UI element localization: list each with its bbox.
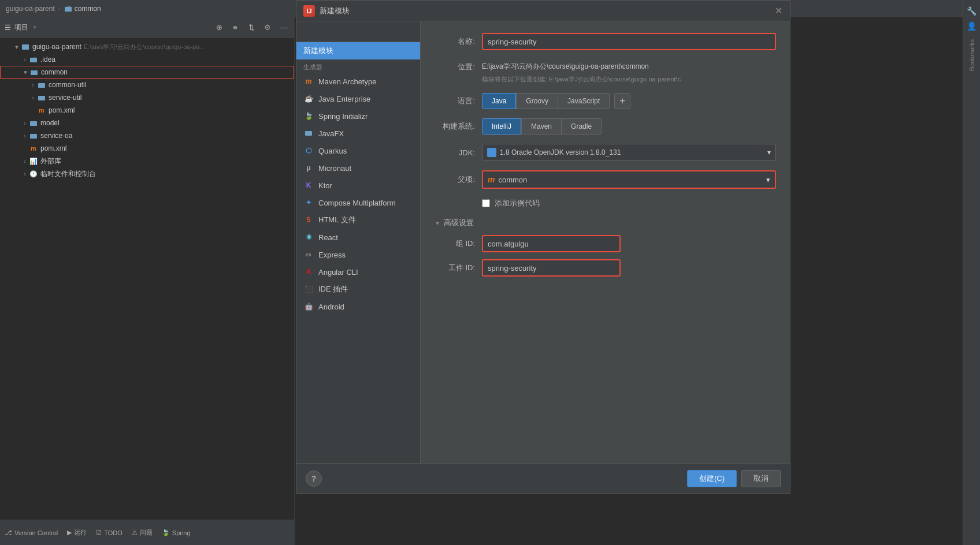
artifact-id-row: 工件 ID:: [435, 259, 776, 277]
location-row: 位置: E:\java学习\云尚办公\course\guigu-oa-paren…: [435, 59, 776, 84]
generator-javafx[interactable]: JavaFX: [296, 125, 420, 142]
svg-rect-1: [22, 44, 29, 50]
chevron-icon: ▼: [13, 44, 21, 50]
language-javascript-btn[interactable]: JavaScript: [558, 93, 610, 109]
tree-item-scratch[interactable]: › 🕐 临时文件和控制台: [0, 167, 294, 180]
advanced-section-header[interactable]: ▼ 高级设置: [435, 218, 776, 228]
help-button[interactable]: ?: [306, 471, 322, 487]
group-id-input[interactable]: [482, 235, 621, 252]
chevron-icon: ›: [21, 120, 29, 126]
ide-plugin-icon: ⬛: [303, 284, 314, 294]
generator-label: Ktor: [318, 181, 332, 190]
dialog-title-icon: IJ: [303, 5, 315, 17]
svg-rect-5: [38, 96, 45, 100]
tree-item-common-util[interactable]: › common-util: [0, 79, 294, 91]
parent-select[interactable]: m common ▾: [482, 170, 776, 189]
toolbar-minimize-btn[interactable]: —: [278, 22, 289, 33]
sample-code-checkbox[interactable]: [482, 199, 490, 207]
generator-ktor[interactable]: K Ktor: [296, 177, 420, 194]
generator-html[interactable]: 5 HTML 文件: [296, 211, 420, 229]
problems-btn[interactable]: ⚠ 问题: [132, 528, 153, 537]
generator-ide-plugin[interactable]: ⬛ IDE 插件: [296, 281, 420, 298]
run-btn[interactable]: ▶ 运行: [67, 528, 87, 537]
tree-item-pom-root[interactable]: › m pom.xml: [0, 142, 294, 155]
generators-section-label: 生成器: [296, 59, 420, 73]
tree-item-label: pom.xml: [40, 144, 66, 152]
section-chevron-icon: ▼: [435, 220, 440, 226]
tree-item-root[interactable]: ▼ guigu-oa-parent E:\java学习\云尚办公\course\…: [0, 40, 294, 53]
plugin-icon-btn[interactable]: 🔧: [966, 5, 978, 17]
tree-item-label: .idea: [40, 55, 55, 64]
react-icon: ⚛: [303, 232, 314, 242]
toolbar-globe-btn[interactable]: ⊕: [213, 22, 225, 33]
tree-item-common[interactable]: ▼ common: [0, 66, 294, 79]
generator-android[interactable]: 🤖 Android: [296, 298, 420, 315]
cancel-button[interactable]: 取消: [741, 470, 781, 487]
user-icon-btn[interactable]: 👤: [966, 20, 978, 32]
generator-label: Express: [318, 251, 346, 259]
spring-btn[interactable]: 🍃 Spring: [162, 529, 191, 536]
generator-maven-archetype[interactable]: m Maven Archetype: [296, 73, 420, 90]
java-enterprise-icon: ☕: [303, 94, 314, 104]
tree-item-label: service-util: [49, 94, 81, 102]
create-button[interactable]: 创建(C): [687, 470, 737, 487]
folder-icon: [37, 93, 46, 102]
language-field-container: Java Groovy JavaScript +: [482, 93, 776, 109]
generator-label: JavaFX: [318, 129, 344, 138]
tree-item-service-util[interactable]: › service-util: [0, 91, 294, 104]
angular-icon: A: [303, 267, 314, 277]
generator-express[interactable]: ex Express: [296, 246, 420, 263]
generator-react[interactable]: ⚛ React: [296, 229, 420, 246]
generator-spring-initializr[interactable]: 🍃 Spring Initializr: [296, 107, 420, 125]
name-field-container: [482, 33, 776, 50]
generator-quarkus[interactable]: ⬡ Quarkus: [296, 142, 420, 159]
generator-new-module[interactable]: 新建模块: [296, 42, 420, 59]
jdk-value: 1.8 Oracle OpenJDK version 1.8.0_131: [500, 148, 621, 156]
language-add-btn[interactable]: +: [614, 93, 630, 109]
build-intellij-btn[interactable]: IntelliJ: [482, 118, 521, 135]
name-input[interactable]: [482, 33, 776, 50]
dialog-close-button[interactable]: ✕: [774, 6, 783, 16]
breadcrumb-separator: ›: [58, 5, 61, 13]
express-icon: ex: [303, 249, 314, 260]
name-row: 名称:: [435, 33, 776, 50]
version-control-btn[interactable]: ⎇ Version Control: [5, 529, 58, 536]
toolbar-settings-btn[interactable]: ⚙: [262, 22, 273, 33]
tree-item-service-oa[interactable]: › service-oa: [0, 129, 294, 142]
build-maven-btn[interactable]: Maven: [521, 118, 562, 135]
generator-compose[interactable]: ✦ Compose Multiplatform: [296, 194, 420, 211]
language-button-group: Java Groovy JavaScript: [482, 93, 610, 109]
breadcrumb-project[interactable]: guigu-oa-parent: [6, 5, 55, 13]
tree-item-pom-common[interactable]: › m pom.xml: [0, 104, 294, 117]
build-gradle-btn[interactable]: Gradle: [562, 118, 602, 135]
language-row: 语言: Java Groovy JavaScript +: [435, 93, 776, 109]
toolbar-expand-btn[interactable]: ⇅: [246, 22, 257, 33]
location-path: E:\java学习\云尚办公\course\guigu-oa-parent\co…: [482, 59, 776, 74]
generator-micronaut[interactable]: μ Micronaut: [296, 159, 420, 177]
search-input[interactable]: [301, 26, 415, 37]
generator-label: Angular CLI: [318, 268, 358, 277]
tree-item-model[interactable]: › model: [0, 117, 294, 129]
chevron-icon: ›: [21, 171, 29, 177]
sidebar-toolbar: ☰ 项目 ▼ ⊕ ≡ ⇅ ⚙ —: [0, 17, 294, 38]
artifact-id-input[interactable]: [482, 259, 621, 277]
jdk-select[interactable]: 1.8 Oracle OpenJDK version 1.8.0_131 ▾: [482, 144, 776, 161]
tree-item-idea[interactable]: › .idea: [0, 53, 294, 66]
language-label: 语言:: [435, 96, 475, 106]
bookmarks-label: Bookmarks: [968, 39, 975, 71]
language-java-btn[interactable]: Java: [482, 93, 516, 109]
svg-rect-0: [65, 7, 72, 12]
generator-label: React: [318, 233, 338, 242]
jdk-icon: [487, 148, 496, 157]
breadcrumb-current[interactable]: common: [64, 5, 101, 13]
sample-code-label: 添加示例代码: [495, 198, 540, 208]
generator-angular[interactable]: A Angular CLI: [296, 263, 420, 281]
dialog-title-text: 新建模块: [320, 6, 350, 16]
toolbar-collapse-btn[interactable]: ≡: [229, 22, 241, 33]
html-icon: 5: [303, 215, 314, 225]
language-groovy-btn[interactable]: Groovy: [516, 93, 558, 109]
generator-java-enterprise[interactable]: ☕ Java Enterprise: [296, 90, 420, 107]
todo-btn[interactable]: ☑ TODO: [96, 529, 122, 536]
group-id-label: 组 ID:: [435, 238, 475, 249]
tree-item-external-lib[interactable]: › 📊 外部库: [0, 155, 294, 167]
